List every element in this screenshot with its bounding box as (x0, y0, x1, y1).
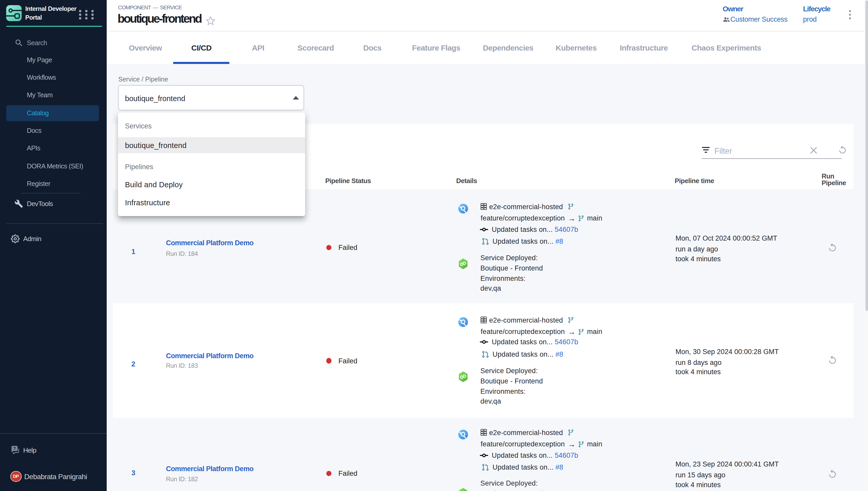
svg-text:?: ? (13, 446, 16, 451)
